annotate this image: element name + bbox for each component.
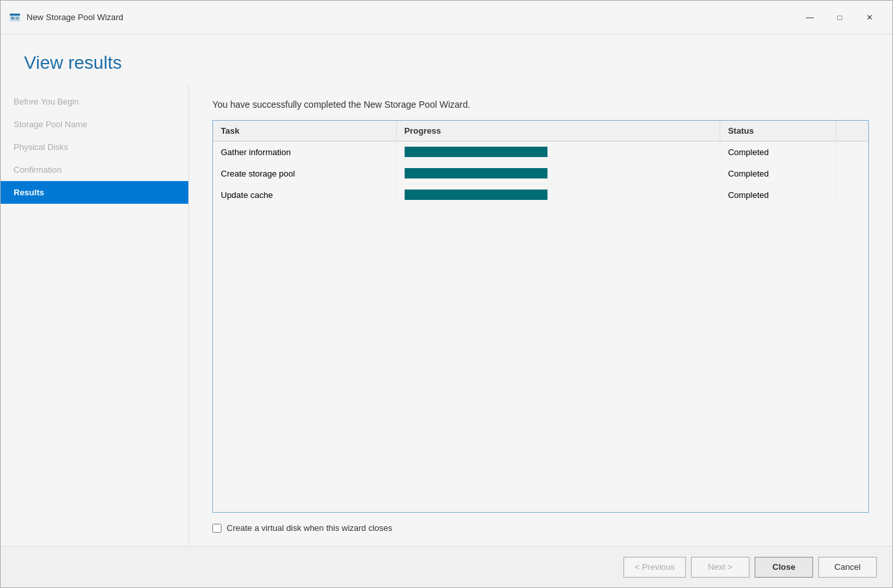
create-virtual-disk-label[interactable]: Create a virtual disk when this wizard c… <box>227 523 392 533</box>
results-table-wrapper: Task Progress Status Gather informationC… <box>212 120 869 513</box>
progress-bar-container <box>405 147 547 157</box>
col-header-progress: Progress <box>396 121 720 141</box>
window-title: New Storage Pool Wizard <box>27 12 795 22</box>
page-title-area: View results <box>1 34 892 84</box>
progress-bar-fill <box>405 168 547 178</box>
minimize-button[interactable]: — <box>795 7 825 28</box>
col-header-status: Status <box>720 121 836 141</box>
svg-rect-2 <box>11 17 14 19</box>
table-row: Gather informationCompleted <box>213 141 868 163</box>
cell-task: Create storage pool <box>213 163 396 184</box>
svg-rect-4 <box>16 18 19 19</box>
table-header-row: Task Progress Status <box>213 121 868 141</box>
right-content: You have successfully completed the New … <box>189 84 892 546</box>
cell-task: Update cache <box>213 184 396 206</box>
nav-item-results: Results <box>1 181 188 204</box>
progress-bar-fill <box>405 190 547 200</box>
app-icon <box>8 11 21 24</box>
create-virtual-disk-checkbox[interactable] <box>212 524 221 533</box>
cell-status: Completed <box>720 141 836 163</box>
cell-progress <box>396 141 720 163</box>
cell-status: Completed <box>720 163 836 184</box>
cell-progress <box>396 184 720 206</box>
nav-item-storage-pool-name: Storage Pool Name <box>1 113 188 136</box>
success-message: You have successfully completed the New … <box>212 99 869 110</box>
cell-status: Completed <box>720 184 836 206</box>
table-row: Update cacheCompleted <box>213 184 868 206</box>
col-header-task: Task <box>213 121 396 141</box>
results-table: Task Progress Status Gather informationC… <box>213 121 868 206</box>
page-title: View results <box>24 53 869 73</box>
progress-bar-container <box>405 190 547 200</box>
cell-task: Gather information <box>213 141 396 163</box>
cell-progress <box>396 163 720 184</box>
cell-extra <box>836 141 868 163</box>
progress-bar-fill <box>405 147 547 157</box>
virtual-disk-checkbox-row: Create a virtual disk when this wizard c… <box>212 523 869 533</box>
body-area: Before You Begin Storage Pool Name Physi… <box>1 84 892 546</box>
main-content: View results Before You Begin Storage Po… <box>1 34 892 546</box>
window-controls: — □ ✕ <box>795 7 885 28</box>
left-nav: Before You Begin Storage Pool Name Physi… <box>1 84 189 546</box>
footer: < Previous Next > Close Cancel <box>1 546 892 587</box>
close-button[interactable]: Close <box>755 557 813 578</box>
wizard-window: New Storage Pool Wizard — □ ✕ View resul… <box>0 0 893 588</box>
cancel-button[interactable]: Cancel <box>818 557 877 578</box>
titlebar: New Storage Pool Wizard — □ ✕ <box>1 1 892 34</box>
previous-button[interactable]: < Previous <box>623 557 686 578</box>
nav-item-confirmation: Confirmation <box>1 158 188 181</box>
svg-rect-1 <box>10 14 20 16</box>
nav-item-before-you-begin: Before You Begin <box>1 90 188 113</box>
progress-bar-container <box>405 168 547 178</box>
cell-extra <box>836 184 868 206</box>
next-button[interactable]: Next > <box>691 557 749 578</box>
close-window-button[interactable]: ✕ <box>855 7 885 28</box>
cell-extra <box>836 163 868 184</box>
svg-rect-3 <box>16 17 19 18</box>
nav-item-physical-disks: Physical Disks <box>1 136 188 158</box>
col-header-extra <box>836 121 868 141</box>
table-row: Create storage poolCompleted <box>213 163 868 184</box>
maximize-button[interactable]: □ <box>825 7 855 28</box>
